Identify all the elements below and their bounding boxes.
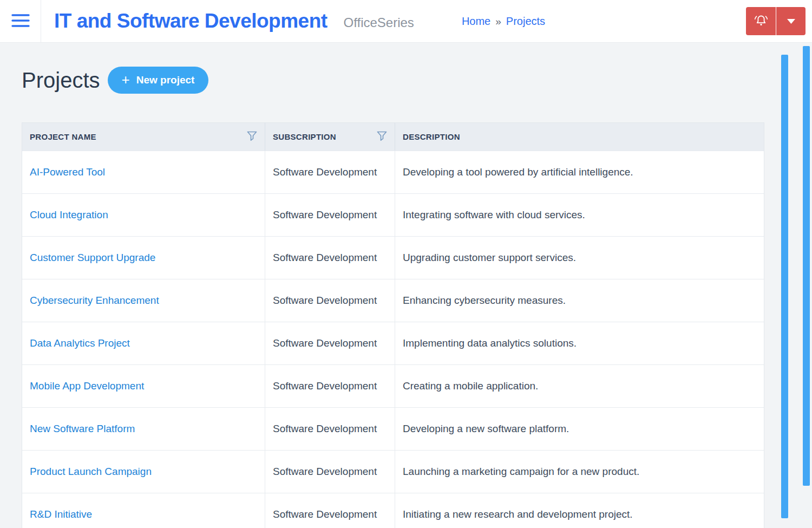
filter-subscription-button[interactable]: [377, 131, 387, 143]
project-name-cell: AI-Powered Tool: [22, 151, 265, 193]
project-name-link[interactable]: Customer Support Upgrade: [30, 252, 155, 264]
project-name-link[interactable]: Mobile App Development: [30, 380, 144, 392]
project-description: Creating a mobile application.: [395, 365, 764, 407]
project-name-link[interactable]: Data Analytics Project: [30, 337, 130, 349]
project-subscription: Software Development: [265, 451, 395, 493]
column-header-description: DESCRIPTION: [395, 123, 764, 151]
project-description: Enhancing cybersecurity measures.: [395, 279, 764, 322]
hamburger-icon: [11, 14, 30, 29]
chevron-down-icon: [787, 17, 795, 25]
menu-button[interactable]: [0, 0, 41, 42]
project-subscription: Software Development: [265, 279, 395, 322]
header-actions: [746, 7, 806, 35]
breadcrumb-separator: »: [495, 15, 501, 28]
table-row: Product Launch Campaign Software Develop…: [22, 450, 764, 493]
table-row: Cloud Integration Software Development I…: [22, 193, 764, 236]
project-name-cell: Cybersecurity Enhancement: [22, 279, 265, 322]
page-scrollbar[interactable]: [803, 46, 810, 486]
table-row: R&D Initiative Software Development Init…: [22, 493, 764, 528]
project-description: Launching a marketing campaign for a new…: [395, 451, 764, 493]
project-name-link[interactable]: AI-Powered Tool: [30, 166, 105, 178]
project-name-cell: Data Analytics Project: [22, 322, 265, 364]
filter-icon: [377, 131, 387, 143]
project-name-cell: Cloud Integration: [22, 194, 265, 236]
project-description: Developing a new software platform.: [395, 408, 764, 450]
project-subscription: Software Development: [265, 408, 395, 450]
column-label: SUBSCRIPTION: [273, 132, 336, 141]
project-description: Implementing data analytics solutions.: [395, 322, 764, 364]
project-name-cell: Product Launch Campaign: [22, 451, 265, 493]
table-row: New Software Platform Software Developme…: [22, 407, 764, 450]
project-name-link[interactable]: Product Launch Campaign: [30, 466, 152, 478]
project-description: Initiating a new research and developmen…: [395, 493, 764, 528]
project-subscription: Software Development: [265, 237, 395, 279]
project-subscription: Software Development: [265, 365, 395, 407]
project-subscription: Software Development: [265, 322, 395, 364]
project-table-body: AI-Powered Tool Software Development Dev…: [22, 151, 764, 528]
filter-project-name-button[interactable]: [247, 131, 257, 143]
plus-icon: +: [122, 73, 130, 88]
projects-table: PROJECT NAME SUBSCRIPTION DESCRIPT: [22, 122, 764, 528]
breadcrumb-projects-link[interactable]: Projects: [506, 15, 545, 28]
project-name-link[interactable]: R&D Initiative: [30, 509, 92, 520]
page-title: Projects: [22, 68, 100, 93]
top-header: IT and Software Development OfficeSeries…: [0, 0, 812, 43]
project-description: Integrating software with cloud services…: [395, 194, 764, 236]
account-dropdown-button[interactable]: [776, 7, 806, 35]
column-label: DESCRIPTION: [403, 132, 460, 141]
column-label: PROJECT NAME: [30, 132, 96, 141]
table-row: Data Analytics Project Software Developm…: [22, 322, 764, 364]
table-row: Customer Support Upgrade Software Develo…: [22, 236, 764, 279]
page-head: Projects + New project: [22, 67, 812, 94]
project-subscription: Software Development: [265, 194, 395, 236]
project-subscription: Software Development: [265, 493, 395, 528]
filter-icon: [247, 131, 257, 143]
app-title: IT and Software Development: [54, 10, 328, 32]
project-name-cell: New Software Platform: [22, 408, 265, 450]
project-name-cell: Mobile App Development: [22, 365, 265, 407]
project-description: Upgrading customer support services.: [395, 237, 764, 279]
column-header-subscription: SUBSCRIPTION: [265, 123, 395, 151]
breadcrumb-home-link[interactable]: Home: [462, 15, 490, 28]
new-project-button[interactable]: + New project: [108, 67, 209, 94]
table-header-row: PROJECT NAME SUBSCRIPTION DESCRIPT: [22, 123, 764, 151]
project-name-cell: R&D Initiative: [22, 493, 265, 528]
table-row: AI-Powered Tool Software Development Dev…: [22, 151, 764, 193]
suite-name: OfficeSeries: [344, 12, 414, 30]
project-description: Developing a tool powered by artificial …: [395, 151, 764, 193]
project-name-link[interactable]: New Software Platform: [30, 423, 135, 435]
bell-icon: [753, 12, 769, 30]
table-row: Mobile App Development Software Developm…: [22, 364, 764, 407]
project-subscription: Software Development: [265, 151, 395, 193]
project-name-link[interactable]: Cybersecurity Enhancement: [30, 295, 159, 307]
breadcrumb: Home » Projects: [462, 15, 545, 28]
project-name-link[interactable]: Cloud Integration: [30, 209, 108, 221]
column-header-project-name: PROJECT NAME: [22, 123, 265, 151]
inner-scrollbar[interactable]: [781, 55, 788, 518]
new-project-label: New project: [136, 74, 195, 86]
project-name-cell: Customer Support Upgrade: [22, 237, 265, 279]
table-row: Cybersecurity Enhancement Software Devel…: [22, 279, 764, 322]
notifications-button[interactable]: [746, 7, 776, 35]
